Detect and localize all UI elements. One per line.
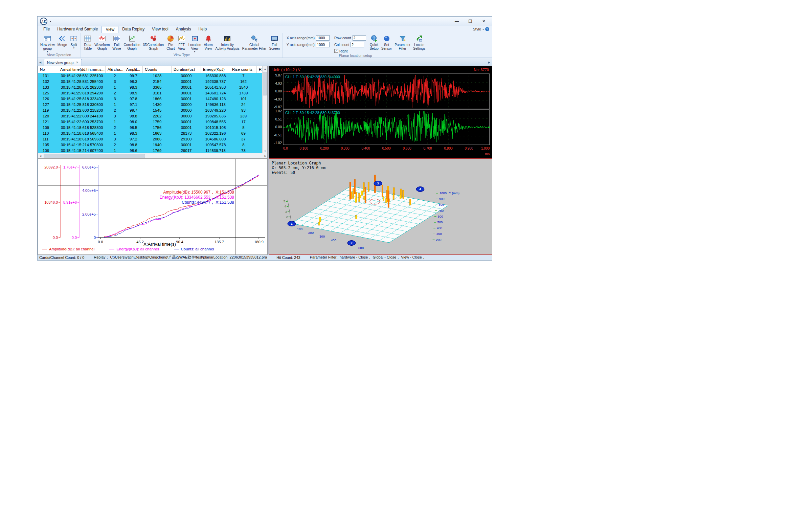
ribbon-button-set-sensor[interactable]: SetSensor: [380, 33, 393, 53]
column-header-arrival-time-dd-hh-mm-s[interactable]: Arrival time(dd:hh:mm:s...: [58, 66, 106, 73]
ribbon-button-intensity-activity-analysis[interactable]: IntensityActivity Analysis: [214, 33, 241, 53]
ribbon-button-full-screen[interactable]: FullScreen: [268, 33, 281, 53]
ribbon-button-parameter-filter[interactable]: ParameterFilter: [393, 33, 412, 53]
menu-data-replay[interactable]: Data Replay: [118, 26, 148, 33]
ribbon-button-data-table[interactable]: DataTable: [82, 33, 93, 53]
svg-text:0.300: 0.300: [341, 147, 349, 150]
ribbon-button-3dcorrelation-graph[interactable]: 3DCorrelationGraph: [141, 33, 165, 53]
column-header-duration-us[interactable]: Duration(us): [172, 66, 201, 73]
input-row-count[interactable]: [353, 35, 366, 41]
chart-x-axis-title: X:Arrival time(s): [119, 242, 200, 247]
table-row[interactable]: 12630:15:41:25:818 323400397.81866300011…: [38, 96, 267, 102]
ribbon-button-correlation-graph[interactable]: CorrelationGraph: [122, 33, 142, 53]
ribbon-button-global-parameter-filter[interactable]: GlobalParameter Filter: [241, 33, 268, 53]
menu-analysis[interactable]: Analysis: [172, 26, 195, 33]
ribbon-button-full-wave[interactable]: FullWave: [111, 33, 122, 53]
table-row[interactable]: 13330:15:41:28:531 262300198.33365300012…: [38, 85, 267, 90]
ribbon-button-fft-view[interactable]: FFTView: [176, 33, 187, 53]
table-cell: 30:15:41:22:600 215200: [58, 108, 106, 113]
table-cell: 111: [38, 136, 58, 142]
tab-close-icon[interactable]: ✕: [76, 61, 78, 64]
ribbon-button-alarm-view[interactable]: AlarmView: [202, 33, 214, 53]
tab-scroll-left-icon[interactable]: ◀: [39, 61, 41, 64]
button-label: Full: [272, 43, 277, 47]
table-row[interactable]: 12030:15:41:22:600 244100398.82262300001…: [38, 113, 267, 119]
column-header-counts[interactable]: Counts: [143, 66, 172, 73]
table-cell: 99.7: [124, 108, 143, 113]
ribbon-button-split[interactable]: Split▾: [68, 33, 79, 53]
history-chart-view[interactable]: 20692.010346.00.01.78e+78.91e+60.06.00e+…: [38, 159, 268, 255]
table-cell: 30001: [172, 90, 201, 96]
table-row[interactable]: 10530:15:41:15:214 570300298.81940300011…: [38, 142, 267, 148]
ribbon-button-locate-settings[interactable]: LocateSettings: [412, 33, 427, 53]
tab-new-view-group[interactable]: New view group ✕: [44, 59, 82, 66]
waveform-view[interactable]: Unit: ( x10e-2 ) V No: 3770 9.874.930.00…: [269, 66, 492, 159]
scroll-up-icon[interactable]: ▲: [263, 66, 268, 71]
svg-text:1: 1: [291, 222, 292, 225]
ribbon-button-waveform-graph[interactable]: WaveformGraph: [93, 33, 111, 53]
column-header-rise-counts[interactable]: Rise counts: [230, 66, 257, 73]
tab-scroll-right-icon[interactable]: ▶: [488, 61, 490, 64]
table-row[interactable]: 12530:15:41:25:818 294200298.93181300011…: [38, 90, 267, 96]
button-label: Parameter: [394, 43, 410, 47]
table-cell: 97.8: [124, 96, 143, 102]
column-header-energy-kpj[interactable]: Energy(KpJ): [201, 66, 230, 73]
menu-view-tool[interactable]: View tool: [148, 26, 172, 33]
minimize-button[interactable]: —: [450, 17, 464, 25]
svg-text:1.78e+7: 1.78e+7: [63, 165, 77, 169]
table-cell: 37: [230, 136, 257, 142]
menu-help[interactable]: Help: [195, 26, 210, 33]
planar-location-view[interactable]: Planar Location Graph X:-503.2 mm, Y:216…: [269, 159, 492, 255]
table-horizontal-scrollbar[interactable]: ◀ ▶: [38, 153, 268, 158]
data-table-view[interactable]: NoArrival time(dd:hh:mm:s...AE cha...Amp…: [38, 66, 268, 159]
ribbon-button-pie-chart[interactable]: PieChart: [165, 33, 176, 53]
table-row[interactable]: 13130:15:41:28:531 225100299.71628300001…: [38, 73, 267, 79]
ribbon-button-merge[interactable]: Merge: [56, 33, 68, 53]
scroll-thumb[interactable]: [44, 154, 145, 158]
input-col-count[interactable]: [351, 42, 364, 47]
planar-location-plot: 543212341000900800700600500400300200Y (m…: [269, 159, 492, 254]
table-row[interactable]: 11930:15:41:22:600 215200299.71545300001…: [38, 108, 267, 113]
table-vertical-scrollbar[interactable]: ▲ ▼: [262, 66, 267, 154]
legend-dash-icon: [42, 249, 47, 249]
table-cell: 30:15:41:25:818 330500: [58, 102, 106, 108]
restore-button[interactable]: ❐: [464, 17, 477, 25]
button-label: Setup: [370, 47, 379, 50]
chevron-down-icon: ▾: [73, 47, 74, 49]
input-y-axis-range-mm[interactable]: [316, 42, 330, 47]
input-x-axis-range-mm[interactable]: [316, 35, 330, 41]
svg-text:2: 2: [286, 215, 288, 219]
ribbon-button-quick-setup[interactable]: QuickSetup: [368, 33, 380, 53]
svg-text:3: 3: [285, 210, 287, 214]
chevron-down-icon[interactable]: ▾: [482, 28, 484, 31]
menu-view[interactable]: View: [102, 26, 118, 33]
quick-access-arrow-icon[interactable]: ▾: [50, 20, 51, 23]
table-row[interactable]: 13230:15:41:28:531 255400398.32154300011…: [38, 79, 267, 85]
ribbon-button-new-view-group[interactable]: New viewgroup▾: [39, 33, 56, 53]
table-row[interactable]: 10930:15:41:18:618 528300298.51756300011…: [38, 125, 267, 131]
menu-file[interactable]: File: [40, 26, 53, 33]
svg-text:9.87: 9.87: [275, 73, 282, 77]
ribbon-button-location-view[interactable]: LocationView▾: [187, 33, 203, 53]
table-row[interactable]: 12730:15:41:25:818 330500197.11430300001…: [38, 102, 267, 108]
table-row[interactable]: 12130:15:41:22:600 253700198.01759300011…: [38, 119, 267, 125]
column-header-ae-cha[interactable]: AE cha...: [106, 66, 124, 73]
svg-text:-1.02: -1.02: [274, 141, 282, 145]
svg-text:20692.0: 20692.0: [44, 165, 58, 169]
column-header-no[interactable]: No: [38, 66, 58, 73]
scroll-left-icon[interactable]: ◀: [38, 153, 43, 158]
table-cell: 120: [38, 113, 58, 119]
button-label: Quick: [370, 43, 379, 47]
scroll-right-icon[interactable]: ▶: [263, 153, 268, 158]
menu-hardware-and-sample[interactable]: Hardware And Sample: [53, 26, 102, 33]
svg-text:100: 100: [297, 227, 302, 231]
help-icon[interactable]: ?: [485, 27, 489, 31]
button-label: FFT: [178, 43, 184, 47]
style-menu[interactable]: Style: [473, 27, 481, 31]
table-row[interactable]: 11130:15:41:18:618 569600397.22086291001…: [38, 136, 267, 142]
scroll-thumb[interactable]: [263, 72, 267, 95]
close-button[interactable]: ✕: [477, 17, 491, 25]
column-header-amplit[interactable]: Amplit...: [124, 66, 143, 73]
checkbox-right[interactable]: ✓Right: [334, 48, 366, 53]
table-row[interactable]: 11030:15:41:18:618 565400198.31663281731…: [38, 131, 267, 136]
